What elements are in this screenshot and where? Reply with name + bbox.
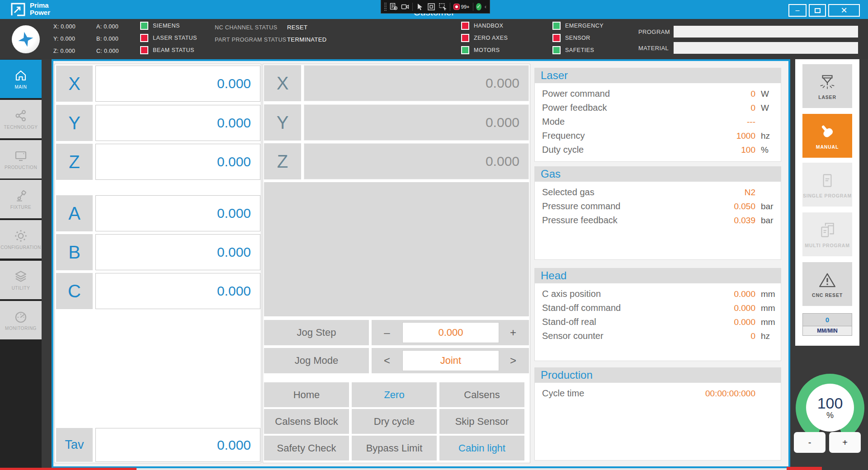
zero-button[interactable]: Zero bbox=[352, 382, 437, 407]
sidebar-item-main[interactable]: MAIN bbox=[0, 60, 42, 98]
axis-letter: X bbox=[56, 66, 93, 102]
jog-step-decrease-button[interactable]: – bbox=[372, 326, 402, 339]
manual-mode-button[interactable]: MANUAL bbox=[802, 114, 852, 158]
close-icon: ✕ bbox=[840, 5, 847, 15]
cursor-icon[interactable] bbox=[416, 3, 424, 11]
calsens-block-button[interactable]: Calsens Block bbox=[264, 409, 349, 434]
jog-mode-value[interactable]: Joint bbox=[402, 350, 499, 371]
calsens-button[interactable]: Calsens bbox=[439, 382, 524, 407]
axis-value[interactable]: 0.000 bbox=[95, 195, 260, 231]
led-sensor: SENSOR bbox=[552, 34, 590, 42]
section-title: Head bbox=[534, 268, 781, 283]
skip-sensor-button[interactable]: Skip Sensor bbox=[439, 409, 524, 434]
axis-readout-z: Z: 0.000 bbox=[53, 48, 75, 54]
sidebar-item-fixture[interactable]: FIXTURE bbox=[0, 180, 42, 218]
info-row-duty-cycle: Duty cycle100% bbox=[535, 143, 781, 157]
info-row-frequency: Frequency1000hz bbox=[535, 129, 781, 143]
multi-program-button[interactable]: MULTI PROGRAM bbox=[802, 212, 852, 256]
toolbar-separator bbox=[450, 3, 450, 11]
section-title: Production bbox=[534, 367, 781, 383]
axis-letter: Tav bbox=[56, 428, 93, 462]
region-select-icon[interactable] bbox=[439, 3, 447, 11]
stop-capture-icon[interactable] bbox=[427, 3, 435, 11]
axis-row-z: Z 0.000 bbox=[56, 144, 260, 180]
sidebar-item-configuration[interactable]: CONFIGURATION bbox=[0, 220, 42, 258]
minimize-button[interactable]: – bbox=[788, 4, 807, 17]
home-button[interactable]: Home bbox=[264, 382, 349, 407]
drag-handle-icon[interactable] bbox=[384, 3, 387, 11]
status-bar: X: 0.000 Y: 0.000 Z: 0.000 A: 0.000 B: 0… bbox=[0, 19, 868, 59]
sidebar-item-monitoring[interactable]: MONITORING bbox=[0, 301, 42, 339]
axis-row-x: X 0.000 bbox=[56, 66, 260, 102]
main-content-panel: X 0.000 Y 0.000 Z 0.000 A 0.000 B 0.000 … bbox=[52, 59, 790, 468]
info-row-mode: Mode--- bbox=[535, 115, 781, 129]
cnc-reset-button[interactable]: CNC RESET bbox=[802, 262, 852, 306]
jog-mode-label: Jog Mode bbox=[264, 348, 369, 373]
info-row-standoff-real: Stand-off real0.000mm bbox=[535, 315, 781, 329]
recording-badge[interactable]: 99+ bbox=[453, 4, 470, 10]
cabin-light-button[interactable]: Cabin light bbox=[439, 436, 524, 461]
close-button[interactable]: ✕ bbox=[828, 4, 860, 17]
jog-mode-prev-button[interactable]: < bbox=[372, 354, 402, 367]
jog-step-increase-button[interactable]: + bbox=[499, 326, 527, 339]
led-indicator bbox=[552, 34, 561, 42]
axis-value[interactable]: 0.000 bbox=[95, 428, 260, 462]
axis-value[interactable]: 0.000 bbox=[95, 66, 260, 102]
safety-check-button[interactable]: Safety Check bbox=[264, 436, 349, 461]
record-icon bbox=[453, 4, 460, 10]
jog-mode-next-button[interactable]: > bbox=[499, 354, 527, 367]
sidebar-item-utility[interactable]: UTILITY bbox=[0, 261, 42, 299]
led-motors: MOTORS bbox=[461, 46, 500, 54]
bypass-limit-button[interactable]: Bypass Limit bbox=[352, 436, 437, 461]
capture-toolbar[interactable]: 99+ ✓ ‹ bbox=[381, 0, 490, 14]
axis-value[interactable]: 0.000 bbox=[95, 273, 260, 309]
override-increase-button[interactable]: + bbox=[829, 432, 861, 453]
axis-value[interactable]: 0.000 bbox=[95, 105, 260, 141]
axis-row-b: B 0.000 bbox=[56, 234, 260, 270]
axis-value[interactable]: 0.000 bbox=[95, 144, 260, 180]
maximize-icon bbox=[815, 8, 821, 13]
collapse-toolbar-icon[interactable]: ‹ bbox=[485, 3, 486, 10]
spacer-block bbox=[264, 182, 529, 316]
jog-step-row: Jog Step – 0.000 + bbox=[264, 320, 529, 345]
part-program-status-label: PART PROGRAM STATUS bbox=[215, 37, 287, 43]
sidebar-item-production[interactable]: PRODUCTION bbox=[0, 140, 42, 179]
head-section: Head C axis position0.000mm Stand-off co… bbox=[534, 268, 781, 361]
override-decrease-button[interactable]: - bbox=[794, 432, 826, 453]
jog-step-controls: – 0.000 + bbox=[372, 320, 529, 345]
axis-letter: C bbox=[56, 273, 93, 309]
mode-strip: LASER MANUAL SINGLE PROGRAM MULTI PROGRA… bbox=[795, 59, 859, 346]
star-icon bbox=[16, 29, 36, 49]
single-program-icon bbox=[818, 171, 837, 190]
program-input[interactable] bbox=[674, 26, 858, 38]
info-row-selected-gas: Selected gasN2 bbox=[535, 185, 781, 199]
record-video-icon[interactable] bbox=[401, 3, 409, 11]
bottom-red-bar-right bbox=[787, 467, 822, 470]
process-info-panel: Laser Power command0W Power feedback0W M… bbox=[534, 61, 781, 466]
axis-letter: Z bbox=[264, 143, 301, 179]
single-program-button[interactable]: SINGLE PROGRAM bbox=[802, 163, 852, 207]
feed-rate-value: 0 bbox=[803, 314, 852, 326]
dry-cycle-button[interactable]: Dry cycle bbox=[352, 409, 437, 434]
led-indicator bbox=[461, 46, 469, 54]
led-indicator bbox=[140, 34, 148, 42]
led-siemens: SIEMENS bbox=[140, 22, 180, 30]
material-input[interactable] bbox=[674, 42, 858, 54]
led-beam-status: BEAM STATUS bbox=[140, 46, 194, 54]
axis-letter: A bbox=[56, 195, 93, 231]
machine-logo bbox=[12, 25, 40, 53]
axis-letter: Z bbox=[56, 144, 93, 180]
maximize-button[interactable] bbox=[809, 4, 826, 17]
gauge-icon bbox=[14, 310, 28, 324]
jog-step-value[interactable]: 0.000 bbox=[402, 322, 499, 343]
capture-settings-icon[interactable] bbox=[390, 3, 398, 11]
check-icon[interactable]: ✓ bbox=[476, 3, 481, 10]
sidebar-item-technology[interactable]: TECHNOLOGY bbox=[0, 100, 42, 138]
axis-readout-y: Y: 0.000 bbox=[53, 36, 75, 42]
multi-program-icon bbox=[818, 221, 837, 240]
warning-triangle-icon bbox=[818, 271, 837, 290]
recording-count: 99+ bbox=[461, 4, 470, 9]
minimize-icon: – bbox=[796, 6, 800, 14]
axis-value[interactable]: 0.000 bbox=[95, 234, 260, 270]
laser-mode-button[interactable]: LASER bbox=[802, 64, 852, 108]
